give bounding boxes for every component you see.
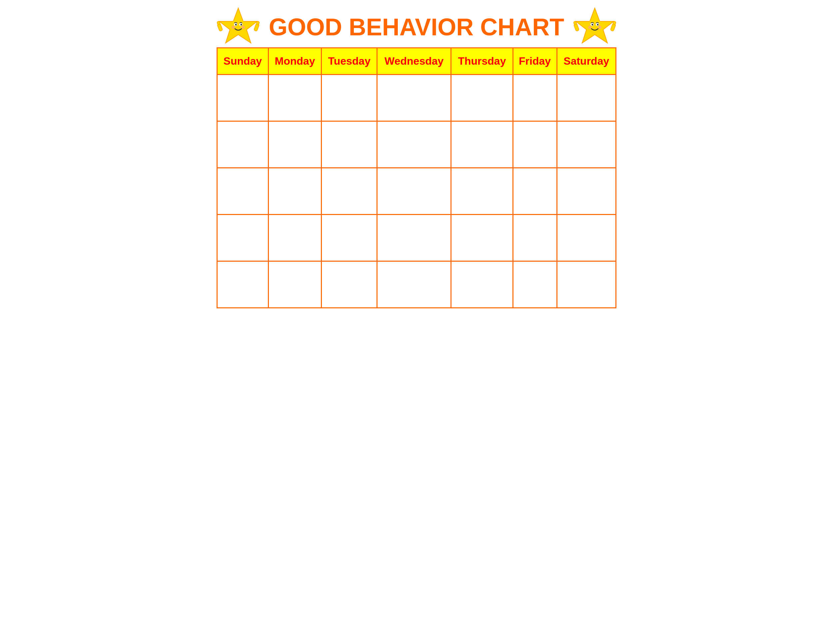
header-row: Sunday Monday Tuesday Wednesday Thursday… <box>217 48 616 75</box>
svg-point-18 <box>588 26 592 29</box>
cell-sat-5[interactable] <box>557 261 616 308</box>
col-thursday: Thursday <box>451 48 513 75</box>
cell-fri-5[interactable] <box>513 261 557 308</box>
cell-mon-1[interactable] <box>268 75 322 121</box>
cell-wed-3[interactable] <box>377 168 451 215</box>
cell-wed-1[interactable] <box>377 75 451 121</box>
cell-wed-5[interactable] <box>377 261 451 308</box>
cell-sat-3[interactable] <box>557 168 616 215</box>
cell-fri-1[interactable] <box>513 75 557 121</box>
cell-sun-4[interactable] <box>217 215 269 261</box>
cell-sun-1[interactable] <box>217 75 269 121</box>
cell-fri-3[interactable] <box>513 168 557 215</box>
col-wednesday: Wednesday <box>377 48 451 75</box>
col-saturday: Saturday <box>557 48 616 75</box>
col-tuesday: Tuesday <box>322 48 377 75</box>
cell-sat-1[interactable] <box>557 75 616 121</box>
cell-fri-2[interactable] <box>513 121 557 168</box>
cell-tue-4[interactable] <box>322 215 377 261</box>
col-sunday: Sunday <box>217 48 269 75</box>
svg-point-6 <box>232 26 235 29</box>
table-row <box>217 121 616 168</box>
page-title: GOOD BEHAVIOR CHART <box>217 13 616 41</box>
cell-tue-2[interactable] <box>322 121 377 168</box>
star-left <box>217 6 260 48</box>
cell-sun-2[interactable] <box>217 121 269 168</box>
cell-thu-3[interactable] <box>451 168 513 215</box>
cell-sat-2[interactable] <box>557 121 616 168</box>
svg-point-7 <box>241 26 245 29</box>
svg-point-17 <box>597 24 599 26</box>
svg-point-16 <box>592 24 593 26</box>
cell-wed-4[interactable] <box>377 215 451 261</box>
cell-wed-2[interactable] <box>377 121 451 168</box>
cell-mon-2[interactable] <box>268 121 322 168</box>
cell-thu-5[interactable] <box>451 261 513 308</box>
table-row <box>217 215 616 261</box>
cell-tue-5[interactable] <box>322 261 377 308</box>
col-monday: Monday <box>268 48 322 75</box>
behavior-chart-table: Sunday Monday Tuesday Wednesday Thursday… <box>217 47 616 308</box>
table-row <box>217 75 616 121</box>
svg-point-5 <box>241 24 242 26</box>
cell-mon-4[interactable] <box>268 215 322 261</box>
left-star-icon <box>217 6 260 46</box>
star-right <box>573 6 616 48</box>
svg-point-4 <box>235 24 237 26</box>
page-container: GOOD BEHAVIOR CHART <box>217 6 616 308</box>
cell-sun-3[interactable] <box>217 168 269 215</box>
table-row <box>217 168 616 215</box>
cell-thu-2[interactable] <box>451 121 513 168</box>
cell-sun-5[interactable] <box>217 261 269 308</box>
right-star-icon <box>573 6 616 46</box>
cell-thu-1[interactable] <box>451 75 513 121</box>
svg-point-19 <box>598 26 601 29</box>
cell-sat-4[interactable] <box>557 215 616 261</box>
cell-mon-3[interactable] <box>268 168 322 215</box>
cell-tue-1[interactable] <box>322 75 377 121</box>
cell-mon-5[interactable] <box>268 261 322 308</box>
cell-fri-4[interactable] <box>513 215 557 261</box>
header: GOOD BEHAVIOR CHART <box>217 6 616 44</box>
cell-tue-3[interactable] <box>322 168 377 215</box>
cell-thu-4[interactable] <box>451 215 513 261</box>
col-friday: Friday <box>513 48 557 75</box>
table-row <box>217 261 616 308</box>
